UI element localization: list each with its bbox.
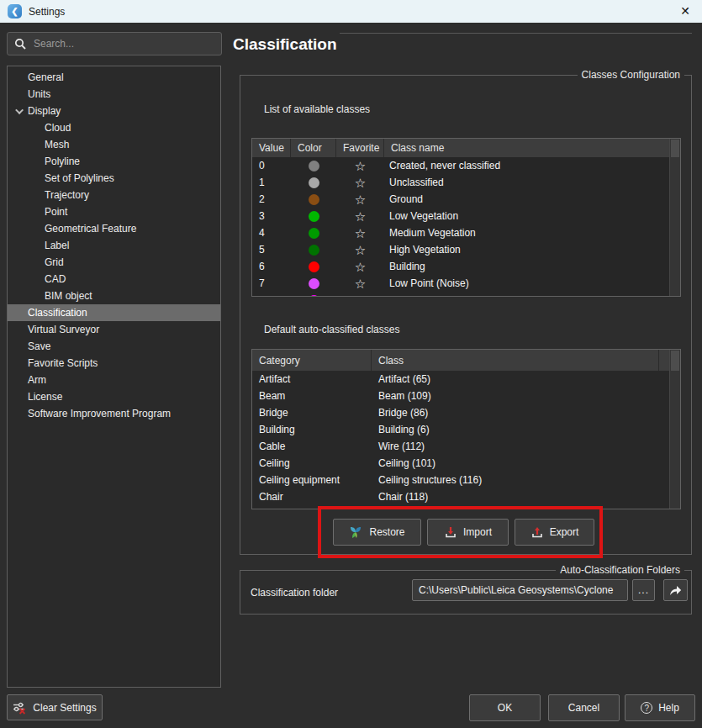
table-row[interactable]: Beam Beam (109) — [252, 388, 670, 404]
tree-item[interactable]: Virtual Surveyor — [8, 321, 220, 338]
class-cell: Ceiling structures (116) — [372, 474, 670, 486]
tree-item[interactable]: Classification — [8, 304, 220, 321]
tree-item[interactable]: CAD — [8, 271, 220, 288]
class-color-swatch[interactable] — [309, 245, 319, 256]
color-cell — [291, 278, 336, 289]
tree-item[interactable]: Geometrical Feature — [8, 220, 220, 237]
scrollbar-thumb[interactable] — [671, 351, 679, 371]
scrollbar-track[interactable] — [669, 350, 680, 509]
favorite-star-icon[interactable]: ☆ — [355, 193, 366, 206]
table-row[interactable]: 5 ☆ High Vegetation — [252, 241, 670, 258]
tree-item-label: Classification — [28, 307, 87, 319]
close-icon[interactable]: ✕ — [675, 0, 695, 22]
tree-item[interactable]: Units — [8, 86, 220, 103]
tree-item-label: Display — [28, 105, 61, 117]
tree-item[interactable]: Cloud — [8, 119, 220, 136]
classification-folder-input[interactable] — [412, 579, 628, 601]
favorite-star-icon[interactable]: ☆ — [355, 227, 366, 240]
tree-item[interactable]: Set of Polylines — [8, 170, 220, 187]
export-button[interactable]: Export — [515, 519, 594, 546]
table-row[interactable]: Chair Chair (118) — [252, 488, 670, 505]
class-color-swatch[interactable] — [309, 295, 319, 298]
tree-item[interactable]: Software Improvement Program — [8, 405, 220, 422]
table-row[interactable]: Ceiling Ceiling (101) — [252, 455, 670, 472]
table-row[interactable]: Building Building (6) — [252, 421, 670, 438]
tree-item[interactable]: Arm — [8, 372, 220, 388]
table-row[interactable]: ☆ — [252, 292, 670, 297]
class-color-swatch[interactable] — [309, 177, 319, 188]
tree-item[interactable]: BIM object — [8, 288, 220, 304]
table-row[interactable]: 6 ☆ Building — [252, 258, 670, 275]
window-title: Settings — [29, 6, 65, 18]
class-color-swatch[interactable] — [309, 211, 319, 222]
available-classes-label: List of available classes — [264, 103, 370, 115]
tree-item-label: Arm — [28, 374, 46, 386]
category-cell: Building — [252, 424, 372, 435]
class-color-swatch[interactable] — [309, 161, 319, 171]
table-row[interactable]: 2 ☆ Ground — [252, 191, 670, 208]
class-color-swatch[interactable] — [309, 194, 319, 205]
favorite-star-icon[interactable]: ☆ — [355, 177, 366, 189]
tree-item[interactable]: General — [8, 69, 220, 86]
table-row[interactable]: 7 ☆ Low Point (Noise) — [252, 275, 670, 292]
tree-item[interactable]: Grid — [8, 254, 220, 271]
favorite-star-icon[interactable]: ☆ — [355, 160, 366, 172]
tree-item[interactable]: Favorite Scripts — [8, 355, 220, 372]
table-row[interactable]: 4 ☆ Medium Vegetation — [252, 224, 670, 241]
app-icon: ❮ — [8, 4, 22, 18]
table-row[interactable]: Artifact Artifact (65) — [252, 371, 670, 388]
class-color-swatch[interactable] — [309, 278, 319, 289]
color-cell — [291, 177, 336, 188]
help-button[interactable]: ? Help — [625, 694, 695, 721]
browse-button[interactable]: ... — [632, 579, 655, 601]
import-button[interactable]: Import — [427, 519, 509, 546]
favorite-star-icon[interactable]: ☆ — [355, 261, 366, 273]
table-row[interactable]: 1 ☆ Unclassified — [252, 174, 670, 191]
open-folder-button[interactable] — [663, 579, 688, 601]
class-cell: Artifact (65) — [372, 373, 670, 385]
favorite-star-icon[interactable]: ☆ — [355, 244, 366, 256]
chevron-down-icon[interactable] — [13, 108, 28, 114]
class-value: 3 — [252, 210, 291, 222]
clear-settings-button[interactable]: Clear Settings — [7, 694, 103, 720]
class-color-swatch[interactable] — [309, 261, 319, 272]
tree-item[interactable]: Save — [8, 338, 220, 355]
tree-item[interactable]: Trajectory — [8, 187, 220, 203]
table-row[interactable]: 0 ☆ Created, never classified — [252, 157, 670, 174]
scrollbar-thumb[interactable] — [671, 140, 679, 157]
page-title: Classification — [233, 35, 337, 54]
tree-item[interactable]: Polyline — [8, 153, 220, 170]
ok-button[interactable]: OK — [469, 694, 541, 721]
class-name: Low Vegetation — [384, 210, 670, 222]
table-row[interactable]: Bridge Bridge (86) — [252, 404, 670, 421]
favorite-star-icon[interactable]: ☆ — [355, 277, 366, 290]
table-row[interactable]: 3 ☆ Low Vegetation — [252, 208, 670, 224]
tree-item-label: Label — [45, 240, 69, 251]
cancel-button[interactable]: Cancel — [548, 694, 620, 721]
tree-item[interactable]: Point — [8, 203, 220, 220]
tree-item[interactable]: Mesh — [8, 136, 220, 153]
tree-item-label: Point — [45, 206, 67, 218]
tree-item-label: Favorite Scripts — [28, 357, 98, 369]
column-header-color: Color — [291, 139, 336, 157]
category-cell: Ceiling equipment — [252, 474, 372, 486]
jump-arrow-icon — [668, 583, 683, 597]
category-cell: Beam — [252, 390, 372, 402]
column-header-class-name: Class name — [384, 139, 680, 157]
tree-item[interactable]: License — [8, 388, 220, 405]
favorite-star-icon[interactable]: ☆ — [355, 210, 366, 223]
tree-item-label: Units — [28, 88, 50, 100]
class-color-swatch[interactable] — [309, 228, 319, 239]
search-input[interactable] — [34, 38, 202, 50]
tree-item[interactable]: Label — [8, 237, 220, 254]
restore-button[interactable]: Restore — [333, 519, 421, 546]
table-row[interactable]: Ceiling equipment Ceiling structures (11… — [252, 472, 670, 488]
export-icon — [530, 525, 544, 539]
search-box — [7, 32, 222, 55]
tree-item-label: CAD — [45, 273, 66, 285]
favorite-star-icon[interactable]: ☆ — [355, 294, 366, 298]
table-row[interactable]: Cable Wire (112) — [252, 438, 670, 455]
scrollbar-track[interactable] — [669, 139, 680, 296]
tree-item-label: Software Improvement Program — [28, 408, 171, 419]
tree-item[interactable]: Display — [8, 103, 220, 119]
